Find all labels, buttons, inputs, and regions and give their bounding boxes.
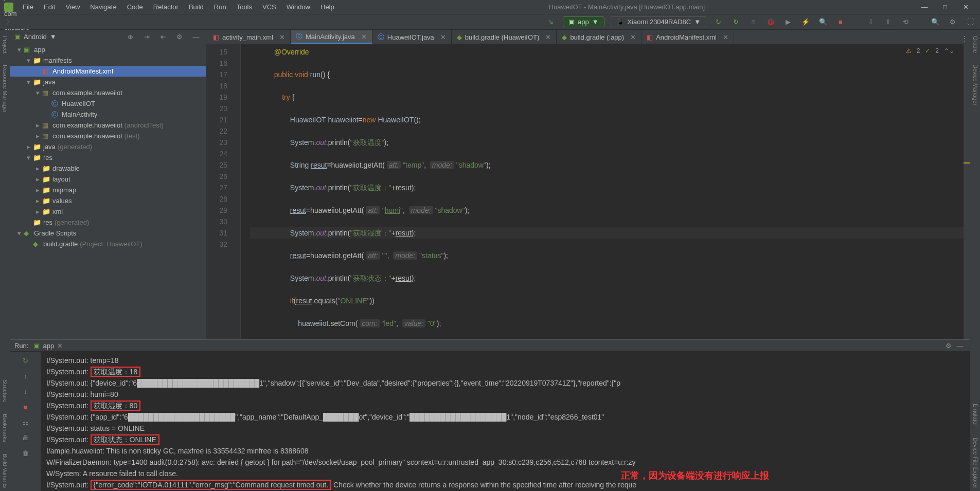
close-icon[interactable]: ✕ (723, 33, 728, 41)
down-button[interactable]: ↓ (20, 386, 31, 397)
filter-button[interactable]: ⚏ (20, 416, 31, 428)
editor-tab[interactable]: ◧AndroidManifest.xml✕ (642, 30, 734, 44)
tree-item[interactable]: ▾📁manifests (10, 55, 206, 66)
up-button[interactable]: ↑ (20, 370, 31, 381)
rerun-button[interactable]: ↻ (20, 355, 31, 366)
crumb-com[interactable]: com (4, 10, 70, 17)
collapse-icon[interactable]: ⇥ (141, 31, 152, 43)
tree-item[interactable]: ▸▦com.example.huaweiiot(test) (10, 131, 206, 141)
tree-item[interactable]: ▸📁mipmap (10, 185, 206, 195)
rail-emulator[interactable]: Emulator (972, 401, 978, 429)
editor-tab[interactable]: ⒸMainActivity.java✕ (291, 30, 372, 44)
tree-item[interactable]: ▸📁drawable (10, 163, 206, 174)
editor-tab[interactable]: ◧activity_main.xml✕ (208, 30, 291, 44)
run-console[interactable]: I/System.out: temp=18I/System.out: 获取温度：… (41, 352, 970, 491)
close-button[interactable]: ✕ (955, 0, 976, 14)
rail-gradle[interactable]: Gradle (972, 33, 978, 56)
apply-changes-button[interactable]: ↻ (730, 16, 741, 28)
chevron-down-icon: ▼ (592, 18, 599, 26)
maximize-button[interactable]: □ (935, 0, 955, 14)
select-open-file-icon[interactable]: ⊕ (124, 31, 136, 43)
vcs-update-button[interactable]: ⇩ (865, 16, 876, 28)
code-editor[interactable]: @Override public void run() { try { Huaw… (241, 44, 970, 339)
tree-item[interactable]: ▾▣app (10, 44, 206, 55)
run-button[interactable]: ↻ (712, 16, 724, 28)
run-tab[interactable]: ▣ app ✕ (33, 342, 63, 350)
tree-item[interactable]: ▸📁layout (10, 174, 206, 185)
tree-item[interactable]: ◆build.gradle(Project: HuaweiIOT) (10, 239, 206, 249)
close-icon[interactable]: ✕ (630, 33, 636, 41)
typo-count: 2 (935, 47, 939, 54)
warning-count: 2 (917, 47, 920, 54)
chevron-down-icon: ▼ (694, 18, 701, 26)
clear-button[interactable]: 🗑 (20, 447, 31, 459)
run-config-selector[interactable]: ▣ app ▼ (563, 16, 604, 27)
tree-item[interactable]: ▸📁java(generated) (10, 141, 206, 152)
panel-settings-icon[interactable]: ⚙ (174, 31, 185, 43)
tree-item[interactable]: ▾◆Gradle Scripts (10, 228, 206, 239)
tree-item[interactable]: 📁res(generated) (10, 217, 206, 228)
rail-file-explorer[interactable]: Device File Explorer (972, 434, 978, 491)
rail-project[interactable]: Project (2, 33, 8, 57)
tree-item[interactable]: ▸📁xml (10, 206, 206, 217)
menu-navigate[interactable]: Navigate (85, 3, 121, 11)
rail-build-variants[interactable]: Build Variants (2, 450, 8, 491)
print-button[interactable]: 🖶 (20, 432, 31, 443)
tree-item[interactable]: ⒸMainActivity (10, 109, 206, 120)
menu-window[interactable]: Window (281, 3, 315, 11)
coverage-button[interactable]: ▶ (782, 16, 794, 28)
vcs-commit-button[interactable]: ⇧ (882, 16, 894, 28)
rail-structure[interactable]: Structure (2, 376, 8, 406)
menu-refactor[interactable]: Refactor (148, 3, 184, 11)
run-hide-icon[interactable]: — (954, 340, 966, 351)
tree-item[interactable]: ▾📁java (10, 77, 206, 87)
whatsnew-button[interactable]: ⛶ (965, 16, 976, 28)
tree-item[interactable]: ⒸHuaweiIOT (10, 98, 206, 109)
settings-button[interactable]: ⚙ (947, 16, 958, 28)
tree-item[interactable]: ▾📁res (10, 152, 206, 163)
close-icon[interactable]: ✕ (440, 33, 446, 41)
app-inspect-button[interactable]: 🔍 (817, 16, 829, 28)
tree-item[interactable]: ▸📁values (10, 195, 206, 206)
line-gutter[interactable]: 151617181920212223242526272829303132 (206, 44, 231, 339)
tab-menu-icon[interactable]: ⋮ (958, 32, 970, 44)
debug-button[interactable]: 🐞 (765, 16, 776, 28)
minimize-button[interactable]: — (914, 0, 935, 14)
hammer-icon[interactable]: ↘ (545, 16, 557, 28)
menu-run[interactable]: Run (209, 3, 231, 11)
editor-scrollbar[interactable] (964, 44, 970, 339)
device-selector[interactable]: 📱 Xiaomi 23049RAD8C ▼ (611, 16, 706, 27)
menu-tools[interactable]: Tools (231, 3, 257, 11)
project-tree[interactable]: ▾▣app▾📁manifests◧AndroidManifest.xml▾📁ja… (10, 44, 206, 339)
expand-icon[interactable]: ⇤ (157, 31, 169, 43)
rail-device-manager[interactable]: Device Manager (972, 61, 978, 108)
close-icon[interactable]: ✕ (361, 33, 367, 41)
stop-button[interactable]: ■ (835, 16, 846, 28)
close-icon[interactable]: ✕ (57, 342, 63, 350)
rail-bookmarks[interactable]: Bookmarks (2, 411, 8, 445)
debug-attach-button[interactable]: ≡ (747, 16, 759, 28)
close-icon[interactable]: ✕ (545, 33, 551, 41)
run-settings-icon[interactable]: ⚙ (943, 340, 954, 351)
hide-panel-icon[interactable]: — (190, 31, 202, 43)
search-button[interactable]: 🔍 (930, 16, 941, 28)
editor-tab[interactable]: ⒸHuaweiIOT.java✕ (372, 30, 452, 44)
tree-item[interactable]: ▸▦com.example.huaweiiot(androidTest) (10, 120, 206, 131)
run-stop-button[interactable]: ■ (20, 401, 31, 412)
project-view-selector[interactable]: ▣ Android ▼ (14, 33, 57, 41)
close-icon[interactable]: ✕ (279, 33, 285, 41)
vcs-history-button[interactable]: ⟲ (900, 16, 911, 28)
rail-resource-manager[interactable]: Resource Manager (2, 62, 8, 116)
phone-icon: 📱 (616, 18, 625, 26)
menu-help[interactable]: Help (315, 3, 340, 11)
editor-tab[interactable]: ◆build.gradle (HuaweiIOT)✕ (452, 30, 557, 44)
tree-item[interactable]: ▾▦com.example.huaweiiot (10, 87, 206, 98)
menu-build[interactable]: Build (184, 3, 209, 11)
editor-tab[interactable]: ◆build.gradle (:app)✕ (557, 30, 642, 44)
menu-code[interactable]: Code (122, 3, 148, 11)
crumb-java[interactable]: java (4, 0, 70, 1)
tree-item[interactable]: ◧AndroidManifest.xml (10, 66, 206, 77)
inspection-badge[interactable]: ⚠2 ✓2 ⌃⌄ (906, 47, 954, 54)
menu-vcs[interactable]: VCS (257, 3, 281, 11)
profile-button[interactable]: ⚡ (800, 16, 811, 28)
